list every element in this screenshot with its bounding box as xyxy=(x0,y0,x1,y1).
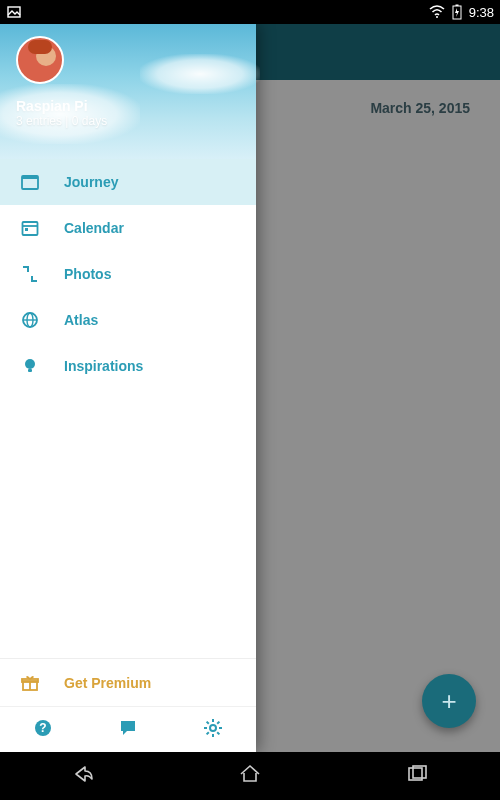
nav-item-label: Photos xyxy=(64,266,111,282)
premium-label: Get Premium xyxy=(64,675,151,691)
nav-item-inspirations[interactable]: Inspirations xyxy=(0,343,256,389)
get-premium-button[interactable]: Get Premium xyxy=(0,658,256,706)
svg-rect-6 xyxy=(22,176,38,179)
status-bar: 9:38 xyxy=(0,0,500,24)
recents-icon xyxy=(404,761,430,791)
photos-icon xyxy=(20,264,40,284)
svg-rect-3 xyxy=(455,5,458,7)
nav-drawer: Raspian Pi 3 entries | 0 days Journey Ca… xyxy=(0,24,256,752)
add-entry-fab[interactable]: + xyxy=(422,674,476,728)
svg-point-1 xyxy=(436,16,438,18)
picture-icon xyxy=(6,4,22,20)
feedback-button[interactable] xyxy=(110,712,146,748)
nav-item-photos[interactable]: Photos xyxy=(0,251,256,297)
nav-item-journey[interactable]: Journey xyxy=(0,159,256,205)
svg-rect-7 xyxy=(23,222,38,235)
battery-charging-icon xyxy=(449,4,465,20)
cloud-decoration xyxy=(140,54,260,94)
wifi-icon xyxy=(429,4,445,20)
nav-item-label: Inspirations xyxy=(64,358,143,374)
svg-line-25 xyxy=(207,721,209,723)
journal-icon xyxy=(20,172,40,192)
svg-text:?: ? xyxy=(39,721,46,735)
gear-icon xyxy=(203,718,223,742)
lightbulb-icon xyxy=(20,356,40,376)
nav-item-label: Calendar xyxy=(64,220,124,236)
nav-list: Journey Calendar Photos Atlas xyxy=(0,159,256,389)
nav-item-atlas[interactable]: Atlas xyxy=(0,297,256,343)
avatar[interactable] xyxy=(16,36,64,84)
svg-rect-0 xyxy=(8,7,20,17)
svg-line-28 xyxy=(218,721,220,723)
nav-item-calendar[interactable]: Calendar xyxy=(0,205,256,251)
clock-text: 9:38 xyxy=(469,5,494,20)
app-surface: March 25, 2015 ud of. ng new, something … xyxy=(0,24,500,752)
help-icon: ? xyxy=(33,718,53,742)
settings-button[interactable] xyxy=(195,712,231,748)
calendar-icon xyxy=(20,218,40,238)
back-button[interactable] xyxy=(53,752,113,800)
svg-line-26 xyxy=(218,732,220,734)
globe-icon xyxy=(20,310,40,330)
nav-item-label: Journey xyxy=(64,174,118,190)
recents-button[interactable] xyxy=(387,752,447,800)
svg-rect-9 xyxy=(25,228,28,231)
svg-rect-14 xyxy=(28,369,32,372)
drawer-bottom-bar: ? xyxy=(0,706,256,752)
drawer-header[interactable]: Raspian Pi 3 entries | 0 days xyxy=(0,24,256,159)
gift-icon xyxy=(20,673,40,693)
svg-marker-4 xyxy=(455,8,459,17)
plus-icon: + xyxy=(441,686,456,717)
android-nav-bar xyxy=(0,752,500,800)
user-stats: 3 entries | 0 days xyxy=(16,114,240,128)
nav-item-label: Atlas xyxy=(64,312,98,328)
help-button[interactable]: ? xyxy=(25,712,61,748)
home-button[interactable] xyxy=(220,752,280,800)
svg-point-13 xyxy=(25,359,35,369)
svg-line-27 xyxy=(207,732,209,734)
back-icon xyxy=(70,761,96,791)
svg-point-20 xyxy=(210,725,216,731)
chat-icon xyxy=(118,718,138,742)
home-icon xyxy=(237,761,263,791)
